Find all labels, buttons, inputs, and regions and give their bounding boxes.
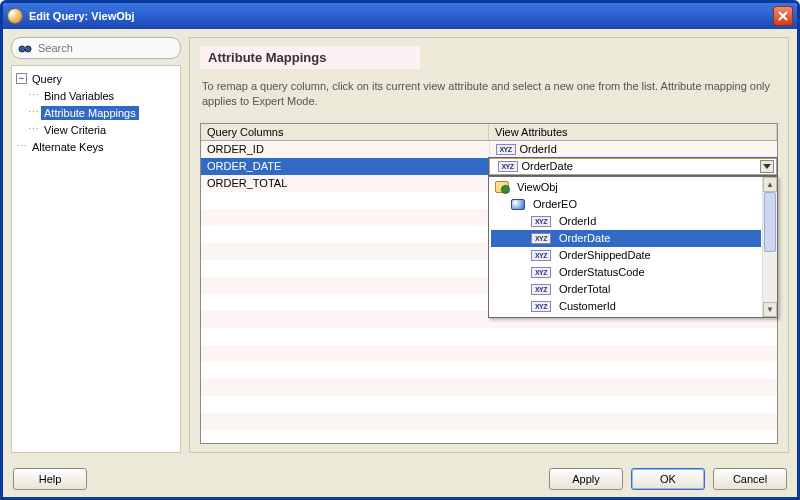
attribute-icon: XYZ (531, 284, 551, 295)
attribute-icon: XYZ (531, 233, 551, 244)
window-title: Edit Query: ViewObj (29, 10, 135, 22)
table-row[interactable]: ORDER_ID XYZ OrderId (201, 141, 777, 158)
titlebar[interactable]: Edit Query: ViewObj (3, 3, 797, 29)
dropdown-attr[interactable]: XYZ OrderId (491, 213, 761, 230)
attribute-icon: XYZ (531, 216, 551, 227)
dropdown-attr[interactable]: XYZ OrderTotal (491, 281, 761, 298)
collapse-icon[interactable]: − (16, 73, 27, 84)
scroll-down-icon[interactable]: ▼ (763, 302, 777, 317)
binoculars-icon (18, 41, 32, 55)
attribute-icon: XYZ (531, 267, 551, 278)
tree-label: Alternate Keys (29, 140, 107, 154)
tree-node-view-criteria[interactable]: ⋯ View Criteria (14, 121, 178, 138)
attribute-icon: XYZ (498, 161, 518, 172)
tree-node-alternate-keys[interactable]: ⋯ Alternate Keys (14, 138, 178, 155)
close-icon (778, 11, 788, 21)
svg-rect-2 (23, 47, 27, 49)
dropdown-arrow-icon[interactable] (760, 160, 774, 173)
cell-query: ORDER_DATE (201, 158, 489, 175)
apply-button[interactable]: Apply (549, 468, 623, 490)
dropdown-attr[interactable]: XYZ OrderDate (491, 230, 761, 247)
dropdown-label: OrderTotal (555, 283, 761, 295)
dropdown-node-entity[interactable]: OrderEO (491, 196, 761, 213)
dropdown-label: OrderDate (555, 232, 761, 244)
dialog-window: Edit Query: ViewObj − Query ⋯ Bind Varia… (0, 0, 800, 500)
tree-node-bind-variables[interactable]: ⋯ Bind Variables (14, 87, 178, 104)
button-label: Cancel (733, 473, 767, 485)
tree-label: Query (29, 72, 65, 86)
attribute-dropdown: ViewObj OrderEO XYZ OrderId XYZ Order (488, 176, 778, 318)
tree-connector-icon: ⋯ (16, 140, 28, 153)
dropdown-label: ViewObj (513, 181, 761, 193)
tree-node-attribute-mappings[interactable]: ⋯ Attribute Mappings (14, 104, 178, 121)
main-panel: Attribute Mappings To remap a query colu… (189, 37, 789, 453)
dropdown-node-viewobj[interactable]: ViewObj (491, 179, 761, 196)
button-label: Help (39, 473, 62, 485)
mapping-table: Query Columns View Attributes ORDER_ID X… (200, 123, 778, 444)
tree-connector-icon: ⋯ (28, 89, 40, 102)
tree-connector-icon: ⋯ (28, 123, 40, 136)
button-label: OK (660, 473, 676, 485)
table-header: Query Columns View Attributes (201, 124, 777, 141)
dropdown-attr[interactable]: XYZ CustomerId (491, 298, 761, 315)
cell-query: ORDER_TOTAL (201, 175, 490, 192)
tree-connector-icon: ⋯ (28, 106, 40, 119)
dropdown-label: OrderShippedDate (555, 249, 761, 261)
ok-button[interactable]: OK (631, 468, 705, 490)
dropdown-attr[interactable]: XYZ OrderStatusCode (491, 264, 761, 281)
dropdown-attr[interactable]: XYZ OrderShippedDate (491, 247, 761, 264)
cell-query: ORDER_ID (201, 141, 490, 158)
dropdown-label: OrderStatusCode (555, 266, 761, 278)
search-field[interactable] (11, 37, 181, 59)
help-button[interactable]: Help (13, 468, 87, 490)
entity-icon (511, 199, 525, 210)
button-label: Apply (572, 473, 600, 485)
dropdown-scrollbar[interactable]: ▲ ▼ (762, 177, 777, 317)
cell-value: OrderId (520, 143, 557, 155)
col-header-query[interactable]: Query Columns (201, 124, 489, 140)
tree-label: View Criteria (41, 123, 109, 137)
dropdown-label: OrderId (555, 215, 761, 227)
attribute-icon: XYZ (531, 250, 551, 261)
hint-text: To remap a query column, click on its cu… (202, 79, 776, 109)
cancel-button[interactable]: Cancel (713, 468, 787, 490)
attribute-icon: XYZ (531, 301, 551, 312)
dialog-body: − Query ⋯ Bind Variables ⋯ Attribute Map… (3, 29, 797, 461)
search-input[interactable] (36, 41, 178, 55)
scroll-thumb[interactable] (764, 192, 776, 253)
section-heading: Attribute Mappings (200, 46, 420, 69)
button-bar: Help Apply OK Cancel (3, 461, 797, 497)
nav-tree: − Query ⋯ Bind Variables ⋯ Attribute Map… (11, 65, 181, 453)
dropdown-label: CustomerId (555, 300, 761, 312)
scroll-track[interactable] (763, 192, 777, 302)
sidebar: − Query ⋯ Bind Variables ⋯ Attribute Map… (11, 37, 181, 453)
attribute-icon: XYZ (496, 144, 516, 155)
table-row[interactable]: ORDER_DATE XYZ OrderDate (201, 158, 777, 175)
dropdown-label: OrderEO (529, 198, 761, 210)
col-header-view[interactable]: View Attributes (489, 124, 777, 140)
scroll-up-icon[interactable]: ▲ (763, 177, 777, 192)
tree-node-query[interactable]: − Query (14, 70, 178, 87)
cell-view: XYZ OrderId (490, 141, 778, 158)
viewobject-icon (495, 181, 509, 193)
cell-value: OrderDate (522, 160, 573, 172)
close-button[interactable] (773, 6, 793, 26)
tree-label: Bind Variables (41, 89, 117, 103)
cell-view-combo[interactable]: XYZ OrderDate (489, 158, 778, 175)
app-icon (7, 8, 23, 24)
tree-label: Attribute Mappings (41, 106, 139, 120)
